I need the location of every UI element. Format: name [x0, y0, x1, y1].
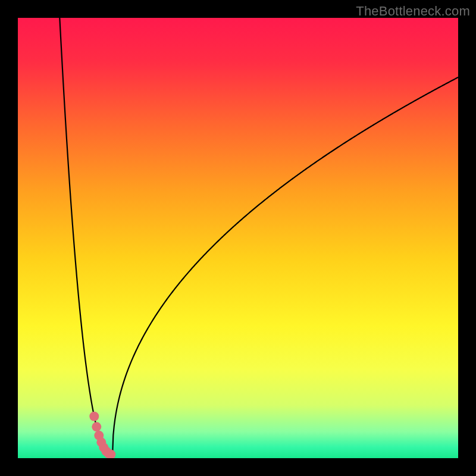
- curve-marker: [92, 422, 101, 431]
- watermark-text: TheBottleneck.com: [356, 4, 470, 19]
- background-gradient: [18, 18, 458, 458]
- curve-marker: [89, 412, 99, 421]
- chart-svg: [18, 18, 458, 458]
- plot-area: [18, 18, 458, 458]
- chart-frame: TheBottleneck.com: [0, 0, 476, 476]
